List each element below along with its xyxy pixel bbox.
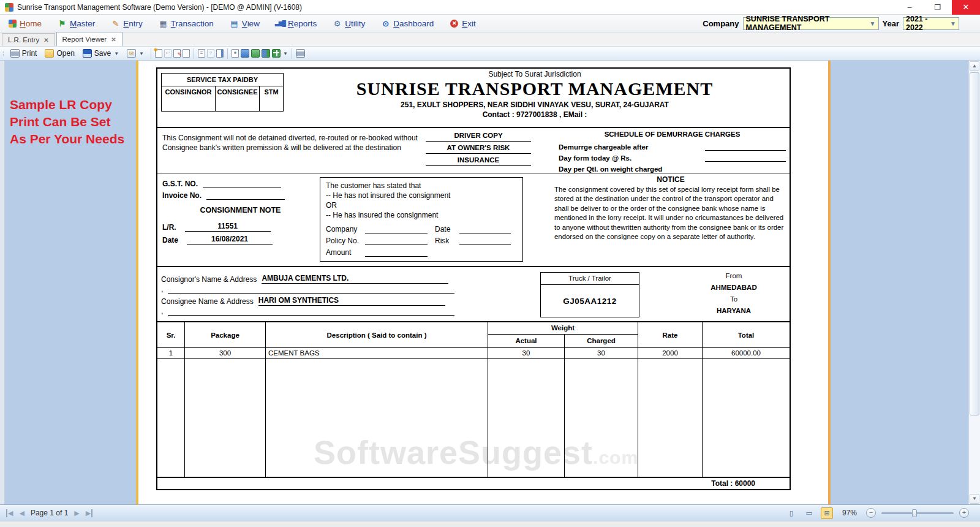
next-page-button[interactable]: ▶ bbox=[74, 509, 79, 517]
export-icon: ✉ bbox=[127, 49, 136, 58]
fit-width-mode-button[interactable]: ▭ bbox=[803, 507, 815, 519]
notice-body: The consignment covered by this set of s… bbox=[554, 185, 787, 241]
goods-table-header: Sr. Package Description ( Said to contai… bbox=[157, 322, 790, 348]
multi-page-view-button[interactable] bbox=[272, 49, 281, 58]
blank-page-button[interactable] bbox=[183, 49, 190, 58]
sample-note-line: Sample LR Copy bbox=[10, 96, 124, 113]
toolbar-separator bbox=[292, 48, 292, 59]
monitor-view-button[interactable] bbox=[241, 49, 249, 58]
print-button[interactable]: Print bbox=[7, 48, 40, 58]
menu-exit[interactable]: ✕ Exit bbox=[450, 19, 476, 28]
pencil-icon: ✎ bbox=[111, 19, 120, 28]
toolbar-separator bbox=[227, 48, 228, 59]
double-page-view-button[interactable] bbox=[262, 49, 270, 58]
printer-export-button[interactable] bbox=[296, 49, 305, 58]
menu-utility[interactable]: ⚙ Utility bbox=[333, 19, 365, 28]
insurance-line: -- He has not insured the consignment bbox=[326, 191, 517, 200]
menu-home[interactable]: Home bbox=[9, 19, 42, 28]
first-page-button[interactable]: ◀ bbox=[6, 509, 13, 517]
menu-entry[interactable]: ✎ Entry bbox=[111, 19, 143, 28]
minimize-button[interactable]: – bbox=[895, 0, 924, 15]
text-page-button[interactable]: ≡ bbox=[198, 49, 205, 58]
demurrage-schedule: SCHEDULE OF DEMURRAGE CHARGES Demurrge c… bbox=[559, 131, 786, 173]
insurance-line: OR bbox=[326, 200, 517, 210]
zoom-out-button[interactable]: − bbox=[866, 508, 876, 518]
chevron-down-icon: ▼ bbox=[139, 51, 144, 56]
previous-page-button[interactable]: ◀ bbox=[19, 509, 24, 517]
export-button[interactable]: ✉ ▼ bbox=[124, 48, 147, 58]
tab-report-viewer-label: Report Viewer bbox=[62, 36, 107, 43]
single-page-mode-button[interactable]: ▯ bbox=[785, 507, 797, 519]
close-icon[interactable]: ✕ bbox=[111, 36, 116, 43]
col-total: Total bbox=[703, 322, 790, 347]
comma-text: , bbox=[161, 285, 163, 294]
open-label: Open bbox=[56, 49, 74, 58]
menu-master[interactable]: ⚑ Master bbox=[58, 19, 95, 28]
blank-line bbox=[705, 143, 786, 151]
blank-line bbox=[365, 237, 428, 245]
insurance-line: The customer has stated that bbox=[326, 181, 517, 191]
tab-report-viewer[interactable]: Report Viewer ✕ bbox=[56, 32, 123, 46]
year-select[interactable]: 2021 - 2022 ▼ bbox=[903, 17, 959, 30]
chevron-down-icon: ▼ bbox=[950, 20, 956, 27]
consignee-label: Consignee Name & Address bbox=[161, 297, 254, 306]
company-name-heading: SUNRISE TRANSPORT MANAGEMENT bbox=[280, 78, 790, 99]
save-button[interactable]: Save ▼ bbox=[80, 48, 122, 58]
zoom-slider-thumb[interactable] bbox=[912, 509, 917, 517]
copy-labels: DRIVER COPY AT OWNER'S RISK INSURANCE bbox=[426, 132, 531, 169]
zoom-in-button[interactable]: + bbox=[959, 508, 969, 518]
folder-icon bbox=[45, 49, 54, 58]
doc-parties-band: Consignor's Name & AddressAMBUJA CEMENTS… bbox=[157, 267, 790, 322]
insurance-declaration-box: The customer has stated that -- He has n… bbox=[320, 177, 523, 262]
edit-page-button[interactable] bbox=[173, 49, 181, 58]
lr-date-value: 16/08/2021 bbox=[187, 235, 273, 245]
menu-view[interactable]: ▤ View bbox=[230, 19, 260, 28]
menu-home-label: Home bbox=[20, 19, 42, 28]
year-value: 2021 - 2022 bbox=[906, 15, 946, 32]
blank-line bbox=[365, 226, 428, 233]
zoom-slider[interactable] bbox=[881, 512, 954, 514]
exit-icon: ✕ bbox=[450, 20, 458, 28]
truck-label: Truck / Trailor bbox=[541, 273, 639, 285]
scrollbar-thumb[interactable] bbox=[970, 72, 979, 415]
last-page-button[interactable]: ▶ bbox=[86, 509, 92, 517]
clipboard-help-button[interactable]: ? bbox=[207, 49, 214, 58]
col-description: Description ( Said to contain ) bbox=[266, 322, 488, 347]
ledger-icon: ▦ bbox=[159, 19, 168, 28]
page-setup-button[interactable] bbox=[216, 49, 224, 58]
company-contact: Contact : 9727001838 , EMail : bbox=[280, 110, 790, 119]
menu-reports[interactable]: ▃▆█ Reports bbox=[276, 19, 317, 28]
cell-actual: 30 bbox=[488, 348, 565, 358]
toolbar-grip: ⁞ bbox=[2, 50, 3, 57]
blank-line bbox=[705, 154, 786, 162]
doc-copy-band: This Consignment will not de detained di… bbox=[157, 127, 790, 173]
revert-page-button[interactable]: ↩ bbox=[164, 49, 172, 58]
report-page: SoftwareSuggest.com SERVICE TAX PAIDBY C… bbox=[136, 61, 831, 504]
vertical-scrollbar[interactable]: ▲ ▼ bbox=[968, 61, 980, 504]
demurrage-title: SCHEDULE OF DEMURRAGE CHARGES bbox=[559, 131, 786, 138]
window-icon: ▤ bbox=[230, 19, 239, 28]
multi-page-mode-button[interactable]: ⊞ bbox=[821, 507, 833, 519]
maximize-button[interactable]: ❒ bbox=[924, 0, 952, 15]
close-icon[interactable]: ✕ bbox=[43, 37, 48, 44]
scroll-up-icon[interactable]: ▲ bbox=[970, 61, 979, 71]
blank-line bbox=[459, 237, 511, 245]
find-button[interactable]: ⚭ bbox=[232, 49, 239, 58]
blank-line bbox=[459, 226, 511, 233]
tab-lr-entry-label: L.R. Entry bbox=[8, 36, 39, 44]
close-button[interactable]: ✕ bbox=[952, 0, 980, 15]
cell-total: 60000.00 bbox=[703, 348, 790, 358]
add-page-button[interactable] bbox=[155, 49, 162, 58]
single-page-view-button[interactable] bbox=[251, 49, 260, 58]
sample-note-line: As Per Your Needs bbox=[10, 131, 124, 148]
menu-dashboard[interactable]: ⊙ Dashboard bbox=[381, 19, 434, 28]
table-empty-body bbox=[157, 359, 790, 477]
company-select[interactable]: SUNRISE TRANSPORT MANAGEMENT ▼ bbox=[743, 17, 879, 30]
menu-utility-label: Utility bbox=[345, 19, 365, 28]
open-button[interactable]: Open bbox=[42, 48, 77, 58]
menu-transaction[interactable]: ▦ Transaction bbox=[159, 19, 214, 28]
tab-lr-entry[interactable]: L.R. Entry ✕ bbox=[2, 33, 55, 46]
scroll-down-icon[interactable]: ▼ bbox=[970, 494, 979, 504]
bar-chart-icon: ▃▆█ bbox=[276, 19, 285, 28]
window-bottom-edge bbox=[0, 521, 980, 527]
